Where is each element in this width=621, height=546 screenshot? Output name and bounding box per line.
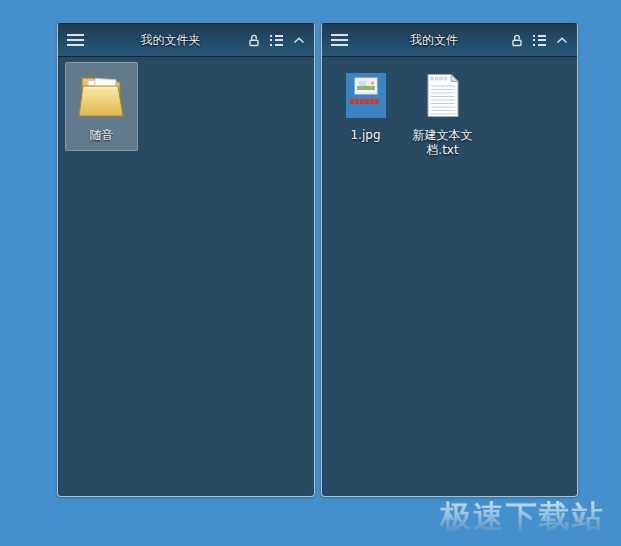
chevron-up-icon[interactable] bbox=[293, 36, 305, 44]
fence-titlebar[interactable]: 我的文件夹 bbox=[58, 24, 314, 57]
list-view-icon[interactable] bbox=[533, 32, 546, 48]
text-document-icon bbox=[426, 66, 460, 124]
fence-titlebar[interactable]: 我的文件 bbox=[322, 24, 577, 57]
folder-item[interactable]: 随音 bbox=[65, 62, 138, 151]
fence-title: 我的文件 bbox=[357, 32, 511, 49]
hamburger-menu-icon[interactable] bbox=[331, 31, 357, 49]
watermark: 极速下载站 bbox=[440, 496, 605, 538]
item-label: 随音 bbox=[90, 128, 114, 143]
fence-body: 1.jpg bbox=[322, 57, 577, 171]
list-view-icon[interactable] bbox=[270, 32, 283, 48]
titlebar-actions bbox=[248, 32, 305, 48]
image-thumbnail-icon bbox=[346, 66, 386, 124]
hamburger-menu-icon[interactable] bbox=[67, 31, 93, 49]
item-label: 新建文本文档.txt bbox=[411, 128, 475, 158]
unlock-icon[interactable] bbox=[248, 34, 260, 47]
text-file-item[interactable]: 新建文本文档.txt bbox=[406, 62, 479, 166]
image-file-item[interactable]: 1.jpg bbox=[329, 62, 402, 151]
chevron-up-icon[interactable] bbox=[556, 36, 568, 44]
unlock-icon[interactable] bbox=[511, 34, 523, 47]
item-label: 1.jpg bbox=[350, 128, 380, 143]
folder-icon bbox=[77, 66, 127, 124]
fence-panel-my-folder: 我的文件夹 bbox=[57, 23, 315, 497]
fence-body: 随音 bbox=[58, 57, 314, 156]
fence-panel-my-files: 我的文件 bbox=[321, 23, 578, 497]
fence-title: 我的文件夹 bbox=[93, 32, 248, 49]
titlebar-actions bbox=[511, 32, 568, 48]
